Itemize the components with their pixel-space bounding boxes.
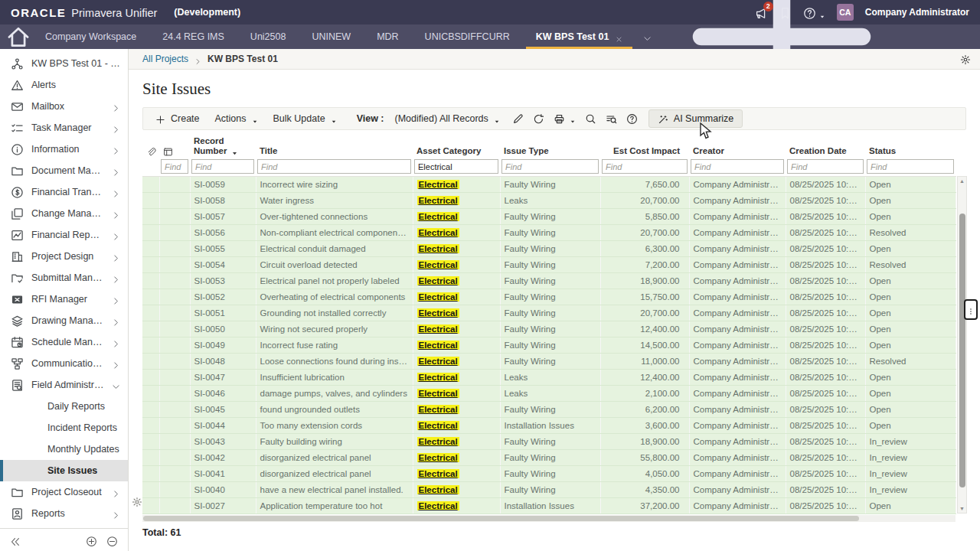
- sidebar-item-field-administration[interactable]: Field Administration: [0, 374, 128, 396]
- collapse-all-icon[interactable]: [106, 534, 118, 546]
- table-row[interactable]: SI-0045found ungrounded outletsElectrica…: [142, 402, 956, 418]
- table-row[interactable]: SI-0047Insufficient lubricationElectrica…: [142, 370, 956, 386]
- sidebar-item-information[interactable]: Information: [0, 139, 128, 160]
- filter-input[interactable]: [602, 159, 688, 174]
- sidebar-item-submittal-manager[interactable]: Submittal Manager: [0, 267, 128, 289]
- workspace-tab-kw-bps-test-01[interactable]: KW BPS Test 01: [523, 24, 636, 49]
- column-header-creation-date[interactable]: Creation Date: [786, 135, 865, 158]
- scroll-down-arrow[interactable]: ▼: [959, 506, 965, 511]
- help-icon[interactable]: [622, 109, 642, 129]
- table-row[interactable]: SI-0057Over-tightened connectionsElectri…: [142, 209, 956, 225]
- table-row[interactable]: SI-0059Incorrect wire sizingElectricalFa…: [142, 177, 956, 193]
- workspace-tab-uni2508[interactable]: Uni2508: [237, 24, 299, 49]
- workspace-tab-mdr[interactable]: MDR: [364, 24, 411, 49]
- workspace-tab-uninew[interactable]: UNINEW: [299, 24, 364, 49]
- sidebar-item-schedule-manager[interactable]: Schedule Manager: [0, 331, 128, 353]
- search-icon[interactable]: [580, 109, 601, 129]
- close-tab-icon[interactable]: [616, 34, 622, 41]
- table-row[interactable]: SI-0049Incorrect fuse ratingElectricalFa…: [142, 337, 956, 354]
- grid-settings-gear-icon[interactable]: [132, 494, 142, 505]
- sidebar-item-mailbox[interactable]: Mailbox: [0, 96, 128, 117]
- filter-input[interactable]: [691, 159, 784, 174]
- table-row[interactable]: SI-0056Non-compliant electrical componen…: [142, 225, 956, 241]
- sort-descending-icon[interactable]: [231, 148, 238, 155]
- sidebar-item-project-closeout[interactable]: Project Closeout: [0, 481, 128, 503]
- workspace-tab-company-workspace[interactable]: Company Workspace: [32, 24, 149, 49]
- filter-input[interactable]: [161, 159, 188, 174]
- column-header-record-type[interactable]: [159, 135, 190, 158]
- table-row[interactable]: SI-0042disorganized electrical panelElec…: [142, 450, 956, 466]
- table-row[interactable]: SI-0051Grounding not installed correctly…: [142, 305, 956, 321]
- tab-list-chevron-icon[interactable]: [635, 24, 659, 49]
- edit-icon[interactable]: [508, 109, 528, 129]
- sidebar-item-kw-bps-test-01-home[interactable]: KW BPS Test 01 - Home: [0, 53, 128, 74]
- filter-input[interactable]: [787, 159, 864, 174]
- sidebar-item-task-manager[interactable]: Task Manager: [0, 117, 128, 139]
- table-row[interactable]: SI-0040have a new electrical panel insta…: [142, 482, 956, 498]
- table-row[interactable]: SI-0054Circuit overload detectedElectric…: [142, 257, 956, 273]
- announcements-icon[interactable]: 2: [754, 6, 767, 19]
- sidebar-item-document-manager[interactable]: Document Manager: [0, 160, 128, 181]
- table-row[interactable]: SI-0052Overheating of electrical compone…: [142, 289, 956, 305]
- sidebar-item-reports[interactable]: Reports: [0, 503, 128, 524]
- sidebar-item-financial-reporting[interactable]: Financial Reporting: [0, 224, 128, 246]
- print-icon[interactable]: [549, 109, 570, 129]
- table-row[interactable]: SI-0041disorganized electrical panelElec…: [142, 466, 956, 482]
- sidebar-item-rfi-manager[interactable]: RFI Manager: [0, 289, 128, 310]
- sidebar-item-daily-reports[interactable]: Daily Reports: [0, 396, 128, 417]
- filter-input[interactable]: [191, 159, 254, 174]
- table-row[interactable]: SI-0027Application temperature too hotEl…: [142, 498, 956, 514]
- sidebar-item-communication-foll-[interactable]: Communication & Foll...: [0, 353, 128, 374]
- ai-summarize-button[interactable]: AI Summarize: [648, 109, 743, 128]
- side-panel-handle[interactable]: [964, 299, 978, 320]
- workspace-tab-24-4-reg-ims[interactable]: 24.4 REG IMS: [149, 24, 237, 49]
- table-row[interactable]: SI-0053Electrical panel not properly lab…: [142, 273, 956, 289]
- scroll-up-arrow[interactable]: ▲: [959, 178, 965, 184]
- sidebar-item-drawing-management[interactable]: Drawing Management: [0, 310, 128, 331]
- home-icon[interactable]: [5, 24, 32, 49]
- actions-menu-button[interactable]: Actions: [207, 109, 266, 129]
- column-header-issue-type[interactable]: Issue Type: [500, 135, 600, 158]
- sidebar-item-incident-reports[interactable]: Incident Reports: [0, 417, 128, 439]
- table-row[interactable]: SI-0055Electrical conduit damagedElectri…: [142, 241, 956, 257]
- filter-input[interactable]: [257, 159, 411, 174]
- scrollbar-thumb[interactable]: [959, 214, 965, 487]
- bulk-update-menu-button[interactable]: Bulk Update: [266, 109, 345, 129]
- column-header-creator[interactable]: Creator: [689, 135, 786, 158]
- table-row[interactable]: SI-0043Faulty building wiringElectricalF…: [142, 434, 956, 450]
- workspace-tab-unicbsdiffcurr[interactable]: UNICBSDIFFCURR: [412, 24, 523, 49]
- column-header-title[interactable]: Title: [256, 135, 413, 158]
- sidebar-item-project-design[interactable]: Project Design: [0, 246, 128, 267]
- column-header-status[interactable]: Status: [865, 135, 956, 158]
- create-button[interactable]: Create: [148, 109, 207, 129]
- sidebar-item-site-issues[interactable]: Site Issues: [0, 460, 128, 481]
- help-icon[interactable]: [803, 6, 816, 19]
- view-selector[interactable]: (Modified) All Records: [387, 109, 508, 129]
- horizontal-scrollbar[interactable]: [142, 515, 956, 522]
- table-row[interactable]: SI-0058Water ingressElectricalLeaks20,70…: [142, 193, 956, 209]
- print-chevron-icon[interactable]: [570, 116, 576, 122]
- sidebar-item-financial-transactions[interactable]: Financial Transactions: [0, 181, 128, 203]
- filter-input-asset-category[interactable]: [414, 159, 498, 174]
- sidebar-item-monthly-updates[interactable]: Monthly Updates: [0, 439, 128, 460]
- collapse-sidebar-icon[interactable]: [10, 535, 21, 546]
- settings-gear-icon[interactable]: [960, 54, 971, 64]
- table-row[interactable]: SI-0046damage pumps, valves, and cylinde…: [142, 386, 956, 402]
- breadcrumb-all-projects[interactable]: All Projects: [142, 54, 188, 64]
- filter-input[interactable]: [501, 159, 599, 174]
- column-header-est-cost-impact[interactable]: Est Cost Impact: [600, 135, 689, 158]
- column-header-record-number[interactable]: Record Number: [190, 135, 256, 158]
- sidebar-item-alerts[interactable]: Alerts: [0, 74, 128, 96]
- refresh-icon[interactable]: [528, 109, 549, 129]
- table-row[interactable]: SI-0050Wiring not secured properlyElectr…: [142, 321, 956, 337]
- filter-icon[interactable]: [601, 109, 622, 129]
- sidebar-item-change-management[interactable]: Change Management: [0, 203, 128, 224]
- vertical-scrollbar[interactable]: ▲ ▼: [957, 176, 967, 514]
- expand-all-icon[interactable]: [86, 534, 97, 546]
- filter-input[interactable]: [867, 159, 954, 174]
- add-tab-button[interactable]: [659, 24, 904, 49]
- bookmark-icon[interactable]: [779, 6, 792, 19]
- table-row[interactable]: SI-0048Loose connections found during in…: [142, 354, 956, 370]
- column-header-asset-category[interactable]: Asset Category: [413, 135, 500, 158]
- column-header-attachments[interactable]: [142, 135, 159, 158]
